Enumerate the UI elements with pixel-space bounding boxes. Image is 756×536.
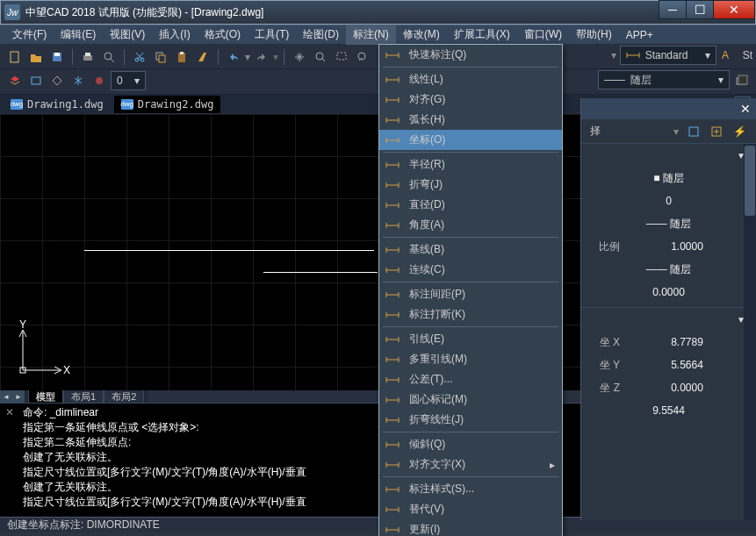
undo-icon[interactable] bbox=[224, 47, 243, 67]
cut-icon[interactable] bbox=[130, 47, 149, 67]
textstyle-icon[interactable]: A bbox=[720, 46, 739, 65]
menu-item[interactable]: 半径(R) bbox=[379, 154, 562, 175]
menu-item[interactable]: 直径(D) bbox=[379, 195, 562, 215]
pan-icon[interactable] bbox=[290, 47, 309, 67]
zoom-prev-icon[interactable] bbox=[353, 47, 372, 67]
preview-icon[interactable] bbox=[99, 47, 119, 67]
property-row[interactable]: —— 随层 bbox=[581, 258, 756, 281]
dimstyle-combo[interactable]: Standard ▾ bbox=[620, 46, 716, 65]
menu-item[interactable]: 引线(E) bbox=[379, 329, 562, 349]
panel-close-icon[interactable]: ✕ bbox=[740, 102, 751, 116]
cmdwin-close-icon[interactable]: ✕ bbox=[5, 406, 14, 418]
menu-item[interactable]: 标注间距(P) bbox=[379, 284, 562, 304]
menu-item[interactable]: APP+ bbox=[619, 26, 660, 44]
maximize-button[interactable]: ☐ bbox=[686, 0, 714, 19]
property-row[interactable]: 坐 Z0.0000 bbox=[581, 376, 756, 399]
doc-name: Drawing2.dwg bbox=[138, 98, 214, 111]
lightning-icon[interactable]: ⚡ bbox=[731, 124, 747, 139]
menu-item[interactable]: 圆心标记(M) bbox=[379, 389, 562, 410]
svg-point-5 bbox=[104, 53, 112, 60]
panel-scrollbar[interactable] bbox=[744, 144, 756, 520]
menu-label: 线性(L) bbox=[409, 72, 555, 87]
property-row[interactable]: 0.0000 bbox=[581, 281, 756, 304]
menu-item[interactable]: 帮助(H) bbox=[569, 25, 619, 45]
menu-item[interactable]: 替代(V) bbox=[379, 499, 562, 519]
menu-item[interactable]: 标注样式(S)... bbox=[379, 479, 562, 499]
property-row[interactable]: 坐 Y5.5664 bbox=[581, 354, 756, 376]
prop-key: 坐 Y bbox=[590, 358, 627, 373]
section-geometry-toggle[interactable]: ▴ bbox=[581, 311, 756, 331]
property-row[interactable]: 比例1.0000 bbox=[581, 235, 756, 258]
dim-icon bbox=[385, 263, 400, 277]
menu-item[interactable]: 格式(O) bbox=[198, 25, 248, 45]
menu-item[interactable]: 修改(M) bbox=[396, 25, 447, 45]
menu-item[interactable]: 绘图(D) bbox=[296, 25, 346, 45]
menu-item[interactable]: 弧长(H) bbox=[379, 110, 562, 130]
layer-combo[interactable]: 0▾ bbox=[111, 71, 146, 90]
menu-item[interactable]: 多重引线(M) bbox=[379, 349, 562, 369]
menu-item[interactable]: 扩展工具(X) bbox=[447, 25, 517, 45]
menu-item[interactable]: 窗口(W) bbox=[517, 25, 569, 45]
dim-icon bbox=[385, 523, 400, 537]
open-icon[interactable] bbox=[26, 47, 46, 67]
property-row[interactable]: ■ 随层 bbox=[581, 167, 756, 189]
property-row[interactable]: 9.5544 bbox=[581, 399, 756, 422]
linetype-combo[interactable]: ——随层 ▾ bbox=[598, 70, 730, 89]
dim-icon bbox=[385, 288, 400, 302]
menu-label: 快速标注(Q) bbox=[409, 47, 555, 62]
zoom-icon[interactable] bbox=[311, 47, 330, 67]
menu-item[interactable]: 坐标(O) bbox=[379, 130, 562, 150]
layer-freeze-icon[interactable] bbox=[68, 71, 88, 90]
paste-icon[interactable] bbox=[172, 47, 191, 67]
menu-item[interactable]: 文件(F) bbox=[5, 25, 54, 45]
property-row[interactable]: —— 随层 bbox=[581, 212, 756, 235]
prop-key: 坐 X bbox=[590, 335, 627, 350]
dim-icon bbox=[385, 458, 400, 472]
menu-item[interactable]: 基线(B) bbox=[379, 239, 562, 260]
layer-off-icon[interactable] bbox=[90, 71, 109, 90]
menu-item[interactable]: 线性(L) bbox=[379, 69, 562, 89]
menu-item[interactable]: 折弯线性(J) bbox=[379, 410, 562, 430]
menu-item[interactable]: 视图(V) bbox=[103, 25, 152, 45]
menu-item[interactable]: 标注(N) bbox=[346, 25, 396, 45]
menu-item[interactable]: 对齐文字(X)▸ bbox=[379, 454, 562, 475]
section-general-toggle[interactable]: ▴ bbox=[581, 147, 756, 167]
quickselect-icon[interactable] bbox=[686, 124, 702, 139]
menu-item[interactable]: 标注打断(K) bbox=[379, 304, 562, 325]
status-text: 创建坐标点标注: DIMORDINATE bbox=[7, 518, 160, 532]
menu-label: 折弯线性(J) bbox=[409, 412, 555, 427]
minimize-button[interactable]: ─ bbox=[659, 0, 687, 19]
menu-item[interactable]: 编辑(E) bbox=[54, 25, 103, 45]
print-icon[interactable] bbox=[78, 47, 97, 67]
document-tab[interactable]: dwgDrawing1.dwg bbox=[4, 96, 111, 113]
copy-icon[interactable] bbox=[151, 47, 170, 67]
property-row[interactable]: 坐 X8.7789 bbox=[581, 331, 756, 354]
match-icon[interactable] bbox=[193, 47, 212, 67]
pickadd-icon[interactable] bbox=[709, 124, 724, 139]
menu-item[interactable]: 插入(I) bbox=[152, 25, 197, 45]
color-picker-icon[interactable] bbox=[733, 70, 752, 89]
layer-states-icon[interactable] bbox=[26, 71, 46, 90]
svg-rect-4 bbox=[85, 53, 90, 56]
close-button[interactable]: ✕ bbox=[713, 0, 755, 19]
menu-item[interactable]: 连续(C) bbox=[379, 260, 562, 280]
layer-iso-icon[interactable] bbox=[47, 71, 67, 90]
menu-item[interactable]: 对齐(G) bbox=[379, 89, 562, 110]
dim-icon bbox=[385, 482, 400, 497]
redo-icon[interactable] bbox=[252, 47, 271, 67]
document-tab[interactable]: dwgDrawing2.dwg bbox=[114, 96, 221, 113]
menu-label: 直径(D) bbox=[409, 197, 555, 212]
menu-item[interactable]: 角度(A) bbox=[379, 215, 562, 235]
menu-item[interactable]: 折弯(J) bbox=[379, 175, 562, 195]
menu-item[interactable]: 工具(T) bbox=[248, 25, 296, 45]
menu-item[interactable]: 快速标注(Q) bbox=[379, 45, 562, 65]
menu-item[interactable]: 倾斜(Q) bbox=[379, 434, 562, 454]
menu-item[interactable]: 更新(I) bbox=[379, 519, 562, 536]
property-row[interactable]: 0 bbox=[581, 189, 756, 212]
menu-item[interactable]: 公差(T)... bbox=[379, 369, 562, 389]
window-titlebar: Jw 中望CAD 2018 试用版 (功能受限) - [Drawing2.dwg… bbox=[0, 0, 756, 25]
layer-manager-icon[interactable] bbox=[5, 71, 25, 90]
zoom-window-icon[interactable] bbox=[332, 47, 351, 67]
new-icon[interactable] bbox=[5, 47, 25, 67]
save-icon[interactable] bbox=[47, 47, 67, 67]
